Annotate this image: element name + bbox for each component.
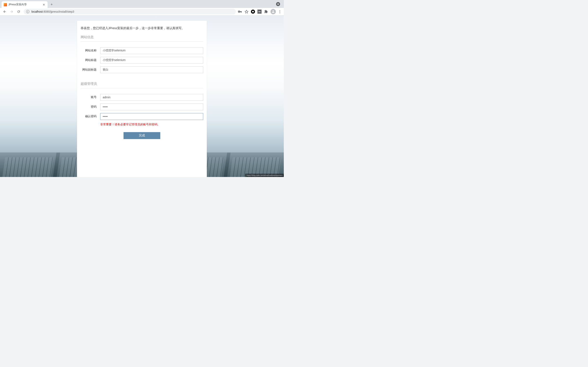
url-text: localhost:8080/jpress/install/step3 [31, 10, 74, 13]
form-row-site-subtitle: 网站副标题 [81, 67, 203, 73]
forward-button[interactable] [9, 8, 15, 15]
page-viewport: 恭喜您，您已经进入JPress安装的最后一步，这一步非常重要，请认真填写。 网站… [0, 16, 284, 177]
submit-button[interactable]: 完成 [123, 132, 160, 139]
input-site-subtitle[interactable] [100, 67, 203, 73]
label-confirm-password: 确认密码 [81, 115, 96, 118]
browser-tab[interactable]: JPress安装向导 ✕ [2, 1, 48, 8]
watermark-text: https://blog.csdn.net/whowhowhoisimporta… [245, 174, 284, 177]
label-site-name: 网站名称 [81, 49, 96, 52]
new-tab-button[interactable]: + [49, 2, 54, 7]
wizard-intro-text: 恭喜您，您已经进入JPress安装的最后一步，这一步非常重要，请认真填写。 [81, 26, 203, 31]
label-site-subtitle: 网站副标题 [81, 68, 96, 72]
warning-message: 非常重要！请务必要牢记管理员的账号和密码。 [100, 123, 203, 126]
extension-circle-icon[interactable] [251, 9, 255, 14]
reload-button[interactable] [16, 8, 22, 15]
form-row-password: 密码 [81, 104, 203, 110]
extensions-puzzle-icon[interactable] [264, 9, 268, 14]
address-bar[interactable]: i localhost:8080/jpress/install/step3 [24, 9, 236, 15]
section-super-admin: 超级管理员 [81, 82, 203, 88]
input-site-title[interactable] [100, 57, 203, 64]
input-site-name[interactable] [100, 47, 203, 54]
site-info-icon[interactable]: i [26, 10, 29, 13]
label-password: 密码 [81, 105, 96, 109]
input-password[interactable] [100, 104, 203, 110]
section-site-info: 网站信息 [81, 35, 203, 42]
selenium-extension-icon[interactable]: Se [258, 9, 261, 14]
label-account: 账号 [81, 95, 96, 99]
bookmark-star-icon[interactable] [244, 9, 249, 14]
form-row-confirm-password: 确认密码 [81, 113, 203, 120]
browser-menu-icon[interactable] [278, 10, 281, 13]
install-wizard-panel: 恭喜您，您已经进入JPress安装的最后一步，这一步非常重要，请认真填写。 网站… [77, 21, 207, 177]
password-key-icon[interactable] [238, 9, 242, 14]
browser-toolbar: i localhost:8080/jpress/install/step3 Se [0, 8, 284, 16]
tab-title: JPress安装向导 [8, 3, 41, 6]
window-minimize-icon[interactable] [276, 2, 280, 6]
close-tab-icon[interactable]: ✕ [42, 3, 45, 6]
input-account[interactable] [100, 94, 203, 101]
favicon-icon [4, 3, 7, 6]
label-site-title: 网站标题 [81, 58, 96, 62]
form-row-site-name: 网站名称 [81, 47, 203, 54]
form-row-account: 账号 [81, 94, 203, 101]
profile-avatar-icon[interactable] [270, 9, 276, 14]
form-row-site-title: 网站标题 [81, 57, 203, 64]
back-button[interactable] [2, 8, 8, 15]
tab-strip: JPress安装向导 ✕ + [0, 0, 284, 8]
input-confirm-password[interactable] [100, 113, 203, 120]
